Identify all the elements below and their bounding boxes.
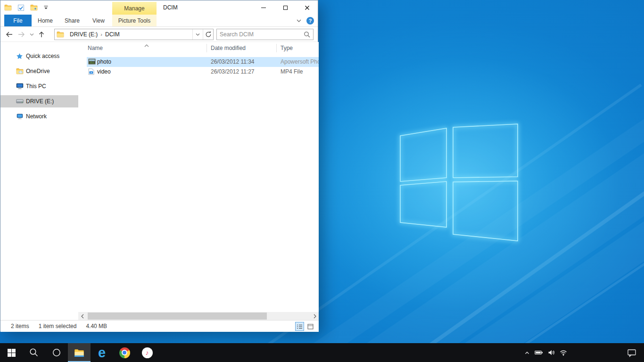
edge-browser-button[interactable]: e (91, 343, 113, 362)
cortana-circle-icon (52, 348, 61, 357)
minimize-button[interactable] (253, 0, 274, 15)
search-input[interactable] (217, 31, 304, 38)
file-row-video[interactable]: video 26/03/2012 11:27 MP4 File (87, 67, 319, 77)
search-box (216, 29, 314, 40)
chevron-down-icon (196, 33, 200, 36)
mp4-file-icon (88, 68, 94, 75)
tab-file[interactable]: File (4, 15, 32, 26)
help-icon: ? (306, 17, 314, 25)
quick-access-toolbar (4, 0, 49, 15)
cortana-button[interactable] (45, 343, 68, 362)
edge-icon: e (98, 346, 106, 360)
sidebar-item-network[interactable]: Network (0, 110, 78, 123)
start-button[interactable] (0, 343, 23, 362)
minimize-icon (261, 8, 266, 8)
volume-tray-button[interactable] (548, 349, 555, 356)
window-title: DCIM (163, 0, 178, 15)
details-view-button[interactable] (295, 322, 304, 331)
maximize-button[interactable] (274, 0, 296, 15)
network-icon (16, 114, 24, 120)
refresh-icon (205, 31, 212, 38)
file-list-pane: Name Date modified Type photo 26/03/2012… (78, 42, 319, 312)
tab-picture-tools[interactable]: Picture Tools (112, 15, 157, 26)
battery-icon (535, 350, 543, 355)
close-icon (305, 5, 310, 10)
help-button[interactable]: ? (306, 17, 314, 25)
contextual-tab-group-manage[interactable]: Manage (112, 2, 157, 15)
expand-ribbon-button[interactable] (296, 19, 302, 23)
breadcrumb-drive[interactable]: DRIVE (E:) (67, 31, 100, 38)
details-view-icon (297, 324, 303, 329)
itunes-button[interactable]: ♪ (136, 343, 158, 362)
tab-view[interactable]: View (85, 15, 112, 26)
address-bar[interactable]: DRIVE (E:) › DCIM (54, 29, 214, 40)
window-controls (253, 0, 318, 15)
tab-share[interactable]: Share (59, 15, 85, 26)
refresh-button[interactable] (203, 29, 213, 40)
battery-tray-button[interactable] (535, 350, 543, 355)
title-bar: Manage DCIM (0, 0, 318, 15)
star-icon (16, 53, 23, 60)
column-header-name[interactable]: Name (88, 45, 103, 51)
properties-icon[interactable] (17, 4, 25, 11)
windows-start-icon (8, 349, 16, 357)
scrollbar-thumb[interactable] (88, 313, 267, 320)
ribbon-tab-row: File Home Share View Picture Tools ? (0, 15, 318, 27)
recent-locations-button[interactable] (30, 33, 34, 36)
screen: Manage DCIM File Home Share View Picture… (0, 0, 644, 362)
column-headers: Name Date modified Type (87, 42, 319, 54)
sidebar-item-drive-e[interactable]: DRIVE (E:) (0, 95, 78, 107)
close-button[interactable] (296, 0, 318, 15)
address-dropdown-button[interactable] (192, 29, 203, 40)
chevron-left-icon (81, 314, 84, 319)
arrow-left-icon (5, 31, 13, 38)
file-rows: photo 26/03/2012 11:34 Apowersoft Pho vi… (78, 57, 319, 77)
large-icons-view-button[interactable] (306, 322, 315, 331)
column-header-date-modified[interactable]: Date modified (211, 45, 246, 51)
network-wifi-tray-button[interactable] (560, 349, 567, 356)
search-icon (29, 348, 39, 357)
chrome-button[interactable] (113, 343, 136, 362)
sidebar-item-quick-access[interactable]: Quick access (0, 50, 78, 62)
taskbar-file-explorer-button[interactable] (68, 343, 91, 362)
hard-drive-icon (16, 99, 24, 104)
taskbar-search-button[interactable] (23, 343, 45, 362)
horizontal-scrollbar[interactable] (78, 312, 319, 320)
computer-icon (16, 83, 24, 90)
chevron-right-icon (313, 314, 317, 319)
sort-ascending-icon (144, 42, 149, 49)
chevron-down-icon (296, 19, 302, 23)
sidebar-item-this-pc[interactable]: This PC (0, 80, 78, 92)
back-button[interactable] (5, 31, 13, 38)
status-bar: 2 items 1 item selected 4.40 MB (0, 320, 319, 332)
onedrive-icon (16, 68, 24, 74)
window-folder-icon[interactable] (4, 4, 12, 11)
tab-home[interactable]: Home (32, 15, 59, 26)
new-folder-icon[interactable] (30, 4, 38, 11)
file-row-photo[interactable]: photo 26/03/2012 11:34 Apowersoft Pho (87, 57, 319, 67)
action-center-button[interactable] (621, 343, 642, 362)
customize-quick-access-icon[interactable] (43, 5, 49, 10)
sidebar-item-onedrive[interactable]: OneDrive (0, 65, 78, 77)
taskbar: e ♪ (0, 343, 644, 362)
show-hidden-icons-button[interactable] (524, 350, 530, 355)
column-header-type[interactable]: Type (281, 45, 293, 51)
chrome-icon (119, 347, 130, 358)
maximize-icon (283, 6, 288, 10)
folder-icon (57, 31, 64, 38)
system-tray (524, 343, 567, 362)
chevron-up-icon (524, 350, 530, 355)
forward-button[interactable] (17, 31, 25, 38)
breadcrumb-folder[interactable]: DCIM (102, 31, 123, 38)
speaker-icon (548, 349, 555, 356)
file-explorer-icon (74, 347, 85, 358)
search-icon[interactable] (304, 31, 310, 38)
scroll-left-button[interactable] (78, 312, 86, 320)
navigation-pane: Quick access OneDrive This PC (0, 42, 78, 312)
chevron-down-icon (30, 33, 34, 36)
scroll-right-button[interactable] (311, 312, 319, 320)
selection-count: 1 item selected (39, 323, 77, 329)
arrow-right-icon (17, 31, 25, 38)
up-button[interactable] (38, 31, 45, 38)
wifi-icon (560, 349, 567, 356)
